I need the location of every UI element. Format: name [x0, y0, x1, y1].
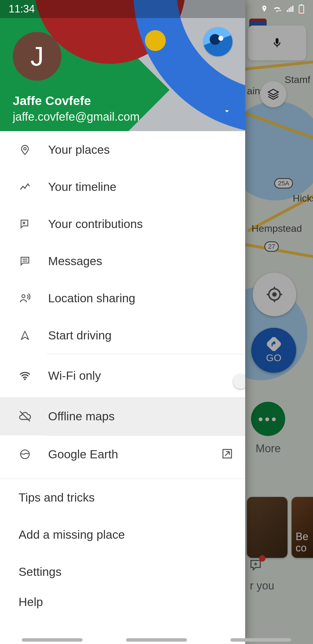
menu-label: Wi-Fi only [48, 369, 101, 383]
svg-point-4 [22, 295, 25, 298]
status-bar: 11:34 [0, 0, 313, 18]
menu-settings[interactable]: Settings [0, 553, 245, 590]
menu-your-contributions[interactable]: Your contributions [0, 205, 245, 243]
menu-label: Messages [48, 254, 102, 268]
primary-avatar[interactable]: J [13, 32, 61, 81]
menu-start-driving[interactable]: Start driving [0, 317, 245, 354]
menu-label: Offline maps [48, 410, 114, 423]
wifi-icon [19, 369, 31, 382]
status-time: 11:34 [9, 3, 35, 15]
location-sharing-icon [19, 292, 31, 305]
system-nav-bar [0, 638, 313, 642]
messages-icon [19, 255, 31, 267]
secondary-avatar[interactable] [203, 27, 232, 56]
external-link-icon [221, 447, 234, 461]
contributions-icon [19, 218, 31, 230]
menu-label: Location sharing [48, 292, 135, 305]
navigation-drawer: J Jaffe Covfefe jaffe.covfefe@gmail.com … [0, 0, 245, 644]
navigation-arrow-icon [19, 329, 31, 342]
account-name: Jaffe Covfefe [13, 94, 91, 108]
menu-tips-and-tricks[interactable]: Tips and tricks [0, 479, 245, 516]
menu-label: Google Earth [48, 448, 118, 461]
menu-label: Your contributions [48, 217, 143, 231]
menu-messages[interactable]: Messages [0, 243, 245, 280]
menu-location-sharing[interactable]: Location sharing [0, 280, 245, 317]
account-email: jaffe.covfefe@gmail.com [13, 110, 140, 123]
timeline-icon [19, 180, 31, 193]
cloud-off-icon [19, 410, 31, 423]
menu-label: Start driving [48, 329, 112, 342]
menu-label: Your timeline [48, 180, 117, 194]
svg-rect-10 [300, 11, 303, 12]
menu-your-places[interactable]: Your places [0, 131, 245, 168]
svg-point-3 [24, 148, 26, 150]
menu-your-timeline[interactable]: Your timeline [0, 168, 245, 205]
svg-point-5 [24, 378, 26, 380]
menu-offline-maps[interactable]: Offline maps [0, 397, 245, 435]
wifi-status-icon [272, 4, 282, 14]
battery-status-icon [299, 4, 304, 14]
pin-icon [19, 143, 31, 156]
drawer-header[interactable]: J Jaffe Covfefe jaffe.covfefe@gmail.com [0, 0, 245, 131]
account-switcher-chevron-icon[interactable] [222, 106, 232, 116]
svg-rect-9 [301, 4, 302, 5]
globe-icon [19, 448, 31, 461]
menu-wifi-only[interactable]: Wi-Fi only [0, 354, 245, 397]
location-status-icon [260, 5, 268, 13]
menu-google-earth[interactable]: Google Earth [0, 436, 245, 473]
menu-label: Your places [48, 143, 110, 157]
signal-status-icon [286, 5, 294, 13]
menu-add-missing-place[interactable]: Add a missing place [0, 516, 245, 553]
menu-help[interactable]: Help [0, 590, 245, 614]
